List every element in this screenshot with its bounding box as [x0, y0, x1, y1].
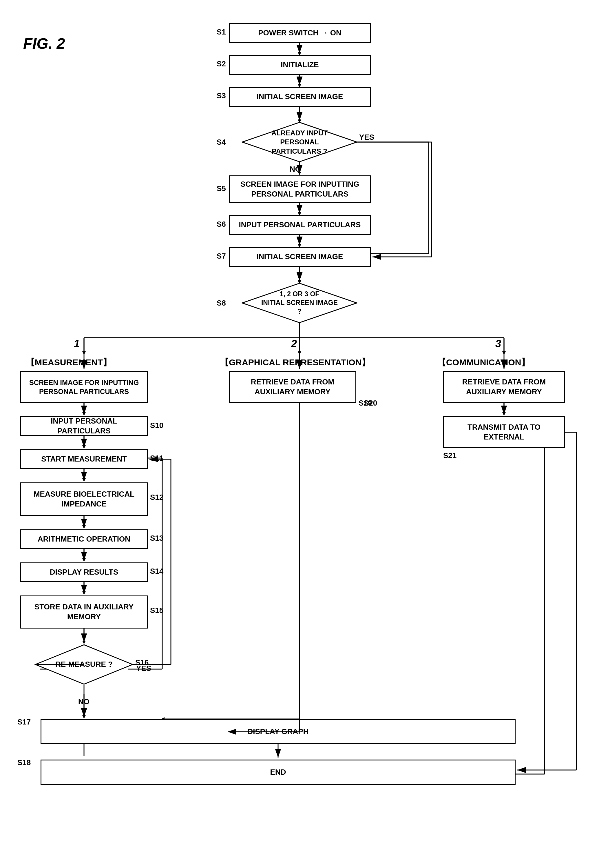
- s10-box: INPUT PERSONAL PARTICULARS: [20, 416, 148, 436]
- s5-label: S5: [217, 184, 226, 193]
- s1-box: POWER SWITCH → ON: [229, 23, 371, 43]
- svg-marker-21: [82, 352, 86, 355]
- branch-2: 2: [291, 338, 297, 350]
- branch-1: 1: [74, 338, 80, 350]
- s17-label: S17: [17, 717, 31, 726]
- s4-diamond: ALREADY INPUT PERSONALPARTICULARS ?: [242, 122, 357, 162]
- s12-label: S12: [150, 493, 163, 502]
- s14-label: S14: [150, 567, 163, 576]
- svg-marker-29: [82, 445, 86, 449]
- svg-marker-25: [502, 352, 506, 355]
- svg-marker-27: [82, 412, 86, 416]
- s21-label: S21: [443, 451, 456, 460]
- s21-box: TRANSMIT DATA TO EXTERNAL: [443, 416, 565, 448]
- s7-label: S7: [217, 252, 226, 261]
- svg-marker-37: [82, 592, 86, 595]
- s10-label: S10: [150, 421, 163, 430]
- diagram-container: FIG. 2 POWER SWITCH → ON S1 INITIALIZE S…: [0, 0, 599, 868]
- s4-yes-label: YES: [359, 133, 374, 142]
- svg-marker-55: [502, 412, 506, 416]
- svg-marker-23: [298, 352, 301, 355]
- s18-label: S18: [17, 758, 31, 767]
- branch-3: 3: [495, 338, 501, 350]
- s9-box: SCREEN IMAGE FOR INPUTTING PERSONAL PART…: [20, 371, 148, 403]
- s15-label: S15: [150, 606, 163, 615]
- s12-box: MEASURE BIOELECTRICAL IMPEDANCE: [20, 482, 148, 516]
- s18-end: END: [41, 759, 516, 785]
- s19-box: RETRIEVE DATA FROM AUXILIARY MEMORY: [229, 371, 356, 403]
- s20-box: RETRIEVE DATA FROM AUXILIARY MEMORY: [443, 371, 565, 403]
- s3-box: INITIAL SCREEN IMAGE: [229, 87, 371, 107]
- s13-label: S13: [150, 534, 163, 543]
- s7-box: INITIAL SCREEN IMAGE: [229, 247, 371, 267]
- s16-yes-label: YES: [136, 664, 151, 673]
- s6-label: S6: [217, 220, 226, 229]
- s14-box: DISPLAY RESULTS: [20, 562, 148, 582]
- measurement-label: 【MEASUREMENT】: [26, 356, 111, 368]
- svg-marker-39: [82, 641, 86, 644]
- s2-label: S2: [217, 59, 226, 68]
- s4-label: S4: [217, 138, 226, 147]
- svg-marker-31: [82, 479, 86, 482]
- s8-diamond: 1, 2 OR 3 OFINITIAL SCREEN IMAGE?: [242, 283, 357, 323]
- s11-label: S11: [150, 454, 163, 463]
- s6-box: INPUT PERSONAL PARTICULARS: [229, 215, 371, 235]
- s13-box: ARITHMETIC OPERATION: [20, 529, 148, 549]
- s5-box: SCREEN IMAGE FOR INPUTTING PERSONAL PART…: [229, 175, 371, 203]
- svg-marker-35: [82, 559, 86, 562]
- graphical-label: 【GRAPHICAL REPRESENTATION】: [220, 356, 370, 368]
- s3-label: S3: [217, 91, 226, 100]
- svg-marker-45: [82, 715, 86, 719]
- communication-label: 【COMMUNICATION】: [437, 356, 530, 368]
- s20-label: S20: [364, 399, 377, 408]
- fig-label: FIG. 2: [23, 35, 65, 52]
- s16-diamond: RE-MEASURE ?: [35, 644, 133, 685]
- s1-label: S1: [217, 27, 226, 36]
- s16-no-label: NO: [78, 697, 89, 706]
- s8-label: S8: [217, 299, 226, 308]
- svg-marker-33: [82, 525, 86, 529]
- s15-box: STORE DATA IN AUXILIARY MEMORY: [20, 595, 148, 628]
- s17-display-graph: DISPLAY GRAPH: [41, 719, 516, 744]
- s11-box: START MEASUREMENT: [20, 449, 148, 469]
- s2-box: INITIALIZE: [229, 55, 371, 75]
- s4-no-label: NO: [290, 165, 301, 174]
